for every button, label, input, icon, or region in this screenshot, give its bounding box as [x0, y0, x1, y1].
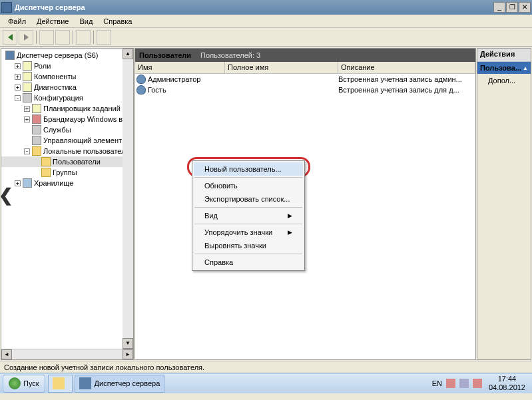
collapse-arrow-icon: ▲ [523, 65, 528, 71]
arrow-right-icon [24, 34, 29, 41]
tree-local-users[interactable]: -Локальные пользователи [1, 146, 133, 156]
menu-new-user[interactable]: Новый пользователь... [194, 162, 303, 176]
tray-flag-icon[interactable] [473, 379, 482, 388]
collapse-icon[interactable]: - [24, 148, 30, 154]
system-tray: EN 17:4404.08.2012 [428, 375, 532, 392]
content-pane: ПользователиПользователей: 3 Имя Полное … [134, 48, 476, 360]
tree-firewall[interactable]: +Брандмауэр Windows в ре [1, 114, 133, 124]
menu-help[interactable]: Справка [194, 256, 303, 269]
minimize-button[interactable]: _ [493, 2, 505, 13]
tree-hscroll[interactable]: ◄► [1, 349, 133, 359]
toolbar-btn-4[interactable] [97, 30, 111, 45]
user-icon [136, 85, 146, 95]
folder-icon [41, 168, 51, 177]
roles-icon [23, 61, 32, 71]
column-headers: Имя Полное имя Описание [135, 62, 475, 74]
col-name[interactable]: Имя [135, 62, 225, 73]
window-title: Диспетчер сервера [15, 3, 493, 11]
col-desc[interactable]: Описание [338, 62, 475, 73]
app-icon [1, 2, 12, 13]
toolbar [0, 28, 532, 47]
tray-icon[interactable] [459, 379, 469, 388]
status-bar: Создание новой учетной записи локального… [0, 361, 532, 373]
tree-diagnostics[interactable]: +Диагностика [1, 82, 133, 93]
menu-view[interactable]: Вид [74, 16, 98, 27]
tree-roles[interactable]: +Роли [1, 61, 133, 71]
submenu-arrow-icon: ▶ [288, 212, 292, 219]
diagnostics-icon [23, 83, 32, 92]
tree-groups[interactable]: Группы [1, 167, 133, 178]
col-fullname[interactable]: Полное имя [225, 62, 338, 73]
tree-users[interactable]: Пользователи [1, 156, 133, 167]
collapse-icon[interactable]: - [15, 95, 21, 101]
side-arrow-icon: ❮ [0, 185, 13, 206]
lang-indicator[interactable]: EN [432, 379, 442, 387]
components-icon [23, 72, 32, 81]
expand-icon[interactable]: + [15, 180, 21, 186]
context-menu: Новый пользователь... Обновить Экспортир… [192, 160, 305, 271]
submenu-arrow-icon: ▶ [288, 229, 292, 236]
tree-services[interactable]: Службы [1, 124, 133, 135]
list-item[interactable]: Администратор Встроенная учетная запись … [135, 74, 475, 85]
config-icon [23, 93, 32, 102]
window-titlebar: Диспетчер сервера _ ❐ ✕ [0, 0, 532, 15]
nav-forward-button[interactable] [19, 30, 33, 45]
user-icon [136, 75, 146, 84]
expand-icon[interactable]: + [15, 85, 21, 91]
tree-config[interactable]: -Конфигурация [1, 93, 133, 103]
clock[interactable]: 17:4404.08.2012 [486, 375, 528, 392]
start-button[interactable]: Пуск [3, 375, 45, 393]
actions-section[interactable]: Пользова...▲ [477, 62, 531, 74]
tray-icon[interactable] [446, 379, 455, 388]
toolbar-btn-2[interactable] [55, 30, 70, 45]
toolbar-separator [73, 31, 73, 44]
app-icon [79, 377, 91, 389]
tree-storage[interactable]: +Хранилище [1, 178, 133, 188]
menu-help[interactable]: Справка [98, 16, 137, 27]
folder-icon [32, 146, 41, 156]
wmi-icon [32, 136, 41, 145]
list-item[interactable]: Гость Встроенная учетная запись для д... [135, 85, 475, 95]
actions-more[interactable]: Допол... [477, 74, 531, 87]
menu-file[interactable]: Файл [3, 16, 31, 27]
taskbar-app[interactable]: Диспетчер сервера [75, 375, 165, 393]
scheduler-icon [32, 104, 41, 113]
menu-arrange[interactable]: Упорядочить значки▶ [194, 226, 303, 239]
list-rows[interactable]: Администратор Встроенная учетная запись … [135, 74, 475, 359]
tree-vscroll[interactable]: ▲▼ [123, 49, 133, 349]
menu-align[interactable]: Выровнять значки [194, 239, 303, 252]
firewall-icon [32, 114, 41, 124]
actions-title: Действия [477, 49, 531, 62]
tree-pane: Диспетчер сервера (S6) +Роли +Компоненты… [1, 48, 134, 360]
toolbar-separator [93, 31, 94, 44]
explorer-icon [53, 377, 65, 389]
toolbar-btn-3[interactable] [76, 30, 91, 45]
menu-export[interactable]: Экспортировать список... [194, 192, 303, 206]
menu-view[interactable]: Вид▶ [194, 209, 303, 222]
tree-wmi[interactable]: Управляющий элемент W [1, 135, 133, 146]
menu-refresh[interactable]: Обновить [194, 179, 303, 192]
taskbar: Пуск Диспетчер сервера EN 17:4404.08.201… [0, 373, 532, 393]
expand-icon[interactable]: + [24, 106, 30, 112]
menu-action[interactable]: Действие [31, 16, 74, 27]
actions-pane: Действия Пользова...▲ Допол... [477, 48, 531, 360]
start-orb-icon [9, 377, 21, 389]
nav-back-button[interactable] [3, 30, 17, 45]
close-button[interactable]: ✕ [519, 2, 531, 13]
tree-components[interactable]: +Компоненты [1, 71, 133, 82]
folder-icon [41, 157, 51, 166]
expand-icon[interactable]: + [15, 74, 21, 80]
menu-bar: Файл Действие Вид Справка [0, 15, 532, 28]
expand-icon[interactable]: + [15, 63, 21, 69]
tree-root[interactable]: Диспетчер сервера (S6) [1, 50, 133, 61]
services-icon [32, 125, 41, 134]
server-icon [5, 51, 15, 60]
toolbar-separator [36, 31, 37, 44]
storage-icon [23, 178, 32, 188]
toolbar-btn-1[interactable] [39, 30, 54, 45]
content-header: ПользователиПользователей: 3 [135, 49, 475, 62]
taskbar-explorer[interactable] [48, 375, 73, 393]
tree-scheduler[interactable]: +Планировщик заданий [1, 103, 133, 114]
expand-icon[interactable]: + [24, 116, 30, 122]
maximize-button[interactable]: ❐ [506, 2, 518, 13]
